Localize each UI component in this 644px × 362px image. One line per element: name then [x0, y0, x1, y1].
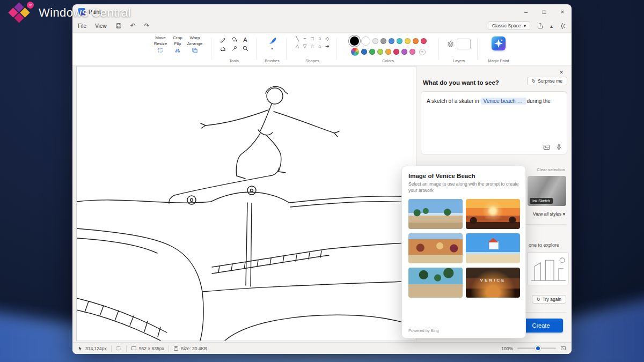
prompt-chip-venice-beach[interactable]: Venice beach…	[481, 98, 527, 105]
magic-paint-icon[interactable]	[492, 36, 506, 50]
surprise-me-button[interactable]: ↻ Surprise me	[527, 77, 567, 85]
flip-horizontal-icon[interactable]	[169, 47, 186, 54]
shape-icon[interactable]: △	[294, 43, 301, 50]
color-swatch[interactable]	[393, 49, 399, 55]
shape-icon[interactable]: ▽	[301, 43, 309, 50]
layers-stack-icon[interactable]	[447, 41, 454, 48]
style-card-ink-sketch[interactable]: Ink Sketch	[528, 176, 566, 206]
move-button[interactable]: Move	[152, 35, 169, 40]
secondary-color-swatch[interactable]	[361, 36, 370, 46]
brush-icon[interactable]	[267, 36, 277, 46]
fit-to-screen-icon[interactable]	[560, 345, 566, 351]
zoom-slider-thumb[interactable]	[535, 345, 541, 351]
ribbon-toolbar: Move Crop Warp Resize Flip Arrange	[72, 32, 572, 65]
magic-paint-group-label: Magic Paint	[481, 58, 516, 63]
theme-selector-value: Classic Space	[492, 23, 521, 28]
minimize-button[interactable]: –	[517, 4, 535, 19]
chevron-down-icon: ▾	[563, 211, 565, 217]
color-swatch[interactable]	[397, 38, 402, 44]
shape-icon[interactable]: ☆	[309, 43, 316, 50]
shape-icon[interactable]: ⌂	[316, 43, 324, 50]
panel-close-icon[interactable]: ×	[557, 68, 566, 77]
pencil-tool-icon[interactable]	[217, 35, 229, 43]
arrange-button[interactable]: Arrange	[186, 41, 203, 46]
explore-sketch-card[interactable]	[527, 252, 569, 285]
zoom-slider[interactable]	[517, 348, 556, 349]
shape-icon[interactable]: ➔	[324, 43, 331, 50]
fill-bucket-tool-icon[interactable]	[229, 35, 240, 43]
venice-image-palm-trees[interactable]	[408, 268, 463, 298]
venice-image-boardwalk-palms[interactable]	[408, 199, 463, 229]
prompt-input[interactable]: A sketch of a skater in Venice beach… du…	[421, 91, 567, 154]
layers-preview[interactable]	[457, 39, 471, 49]
shape-icon[interactable]: ╲	[294, 35, 301, 42]
redo-icon[interactable]: ↷	[144, 22, 150, 29]
save-icon[interactable]	[115, 23, 122, 29]
magic-paint-group: Magic Paint	[481, 35, 516, 65]
color-swatch[interactable]	[389, 38, 394, 44]
collapse-ribbon-icon[interactable]: ▴	[550, 23, 553, 29]
primary-color-swatch[interactable]	[350, 36, 359, 46]
microphone-icon[interactable]	[555, 144, 562, 151]
color-swatch[interactable]	[380, 38, 386, 44]
arrange-layers-icon[interactable]	[186, 47, 203, 54]
share-icon[interactable]	[537, 23, 544, 29]
windows-central-logo: c Windows Central	[9, 3, 131, 23]
settings-gear-icon[interactable]	[559, 23, 566, 29]
text-tool-icon[interactable]: A	[240, 35, 251, 43]
layers-group: Layers	[443, 35, 475, 65]
cursor-position: 314,124px	[78, 346, 107, 351]
color-swatch[interactable]	[405, 38, 411, 44]
color-swatch[interactable]	[361, 49, 367, 55]
color-picker-tool-icon[interactable]	[229, 45, 240, 53]
skater-sketch	[77, 67, 416, 341]
eraser-tool-icon[interactable]	[217, 45, 229, 53]
color-swatch[interactable]	[377, 49, 383, 55]
add-image-icon[interactable]	[543, 144, 550, 151]
crop-button[interactable]: Crop	[169, 35, 186, 40]
menu-file[interactable]: File	[78, 23, 86, 29]
flip-button[interactable]: Flip	[169, 41, 186, 46]
tools-group-label: Tools	[215, 58, 253, 63]
venice-image-beachfront-street[interactable]	[408, 233, 463, 263]
try-again-button[interactable]: ↻ Try again	[532, 295, 566, 304]
explore-section-label: one to explore	[529, 242, 559, 248]
shape-icon[interactable]: ○	[316, 35, 324, 42]
color-swatch[interactable]	[421, 38, 427, 44]
shape-icon[interactable]: ~	[301, 35, 309, 42]
color-swatch[interactable]	[401, 49, 407, 55]
titlebar[interactable]: Paint – □ ×	[72, 4, 572, 19]
magnifier-tool-icon[interactable]	[240, 45, 251, 53]
clear-selection-link[interactable]: Clear selection	[537, 167, 565, 172]
view-all-styles-button[interactable]: View all styles ▾	[533, 211, 565, 217]
menu-view[interactable]: View	[95, 23, 107, 29]
venice-image-venice-sign[interactable]: VENICE	[466, 268, 520, 298]
warp-button[interactable]: Warp	[186, 35, 203, 40]
color-swatch[interactable]	[369, 49, 375, 55]
theme-selector[interactable]: Classic Space ▾	[488, 21, 530, 30]
shape-icon[interactable]: □	[309, 35, 316, 42]
resize-button[interactable]: Resize	[152, 41, 169, 46]
drawing-canvas[interactable]	[77, 67, 416, 341]
color-swatch[interactable]	[409, 49, 415, 55]
color-swatch[interactable]	[372, 38, 378, 44]
chip-more-icon[interactable]: …	[517, 98, 523, 104]
menubar: File View ↶ ↷ Classic Space ▾ ▴	[72, 19, 572, 32]
maximize-button[interactable]: □	[535, 4, 553, 19]
paint-window: Paint – □ × File View ↶ ↷ Classic Space …	[72, 4, 572, 354]
select-region-icon[interactable]	[152, 47, 169, 54]
venice-image-lifeguard-tower[interactable]	[466, 233, 520, 263]
undo-icon[interactable]: ↶	[130, 22, 136, 29]
venice-sign-text: VENICE	[466, 278, 520, 283]
color-wheel-button[interactable]	[351, 48, 359, 56]
file-size: Size: 20.4KB	[173, 346, 207, 351]
add-color-button[interactable]: +	[419, 49, 426, 55]
venice-image-sunset-beach[interactable]	[466, 199, 520, 229]
shape-icon[interactable]: ◇	[324, 35, 331, 42]
brushes-chevron-down-icon[interactable]: ▾	[271, 47, 273, 51]
canvas-dimensions: 962 × 635px	[131, 345, 164, 351]
close-button[interactable]: ×	[553, 4, 572, 19]
color-swatch[interactable]	[413, 38, 419, 44]
color-swatch[interactable]	[385, 49, 391, 55]
content-area: × What do you want to see? ↻ Surprise me…	[72, 65, 572, 342]
